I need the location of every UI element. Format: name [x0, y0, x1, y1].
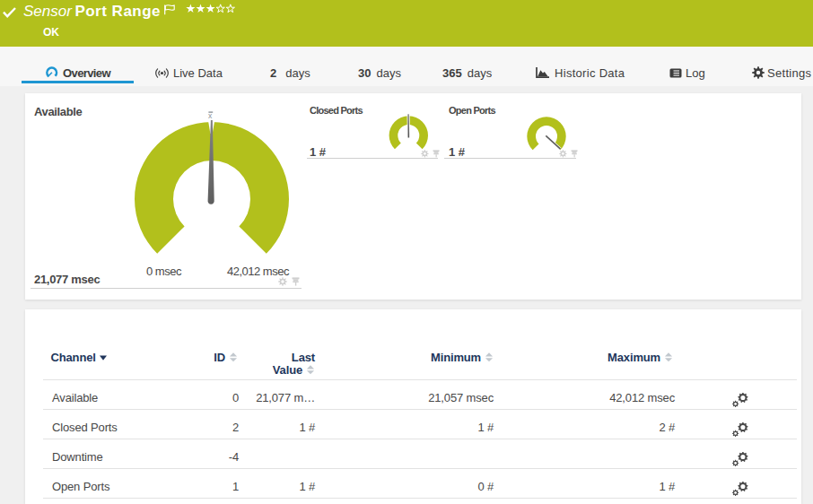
svg-text:x: x [208, 111, 213, 120]
